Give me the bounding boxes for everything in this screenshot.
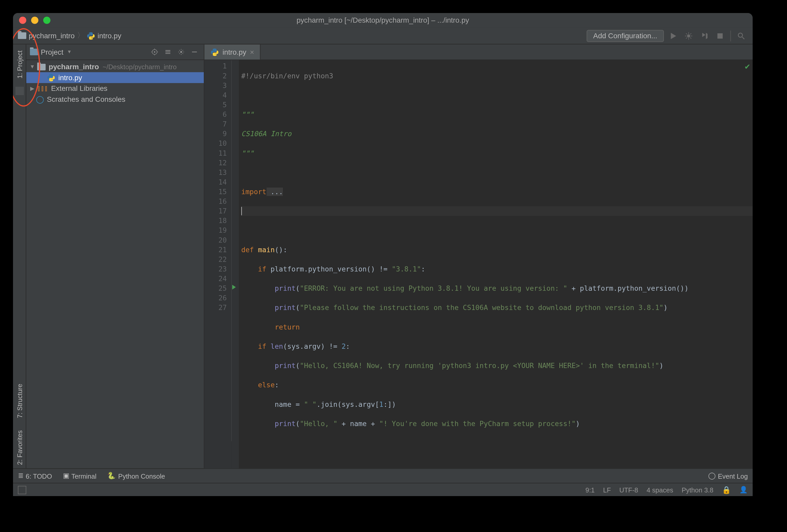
expand-arrow-icon[interactable]: ▶ [29, 85, 36, 91]
editor-tab-intro[interactable]: intro.py × [204, 44, 261, 60]
status-bar: 9:1 LF UTF-8 4 spaces Python 3.8 🔒 👤 [13, 483, 753, 496]
project-sidebar: Project ▼ ▼ pycharm_intro ~/Desktop/pych… [26, 44, 204, 468]
lock-icon[interactable]: 🔒 [722, 485, 731, 494]
project-view-selector[interactable]: Project ▼ [30, 48, 146, 56]
breadcrumb-project[interactable]: pycharm_intro [29, 31, 75, 40]
ide-window: pycharm_intro [~/Desktop/pycharm_intro] … [13, 13, 753, 496]
event-log-tool-tab[interactable]: ◯ Event Log [708, 472, 748, 480]
scratches-icon: ◯ [36, 95, 44, 104]
folder-icon [18, 32, 26, 39]
status-indicator-icon[interactable] [18, 485, 26, 494]
debug-button[interactable] [682, 29, 695, 42]
breadcrumb-separator: 〉 [77, 30, 84, 41]
expand-arrow-icon[interactable]: ▼ [29, 64, 36, 70]
titlebar: pycharm_intro [~/Desktop/pycharm_intro] … [13, 13, 753, 27]
code-text[interactable]: #!/usr/bin/env python3 """ CS106A Intro … [239, 60, 753, 468]
svg-rect-1 [718, 33, 723, 38]
left-tool-rail: 1: Project 7: Structure 2: Favorites [13, 44, 26, 468]
indent-setting[interactable]: 4 spaces [647, 486, 673, 493]
close-tab-icon[interactable]: × [250, 48, 254, 56]
python-console-tool-tab[interactable]: 🐍 Python Console [107, 472, 165, 480]
project-sidebar-header: Project ▼ [26, 44, 204, 60]
fold-gutter [232, 60, 239, 468]
navigation-bar: pycharm_intro 〉 intro.py Add Configurati… [13, 27, 753, 44]
tree-external-libraries[interactable]: ▶ ⫿⫿⫿ External Libraries [26, 83, 204, 94]
python-file-icon [47, 73, 55, 82]
tree-scratches[interactable]: ◯ Scratches and Consoles [26, 94, 204, 105]
project-tree[interactable]: ▼ pycharm_intro ~/Desktop/pycharm_intro … [26, 60, 204, 106]
minimize-window-button[interactable] [31, 17, 39, 24]
maximize-window-button[interactable] [43, 17, 50, 24]
search-everywhere-button[interactable] [735, 29, 748, 42]
dropdown-icon: ▼ [67, 49, 71, 55]
main-body: 1: Project 7: Structure 2: Favorites Pro… [13, 44, 753, 468]
cursor-position[interactable]: 9:1 [586, 486, 595, 493]
toolbar-separator [730, 30, 731, 41]
breadcrumb-file[interactable]: intro.py [98, 31, 121, 40]
bottom-tool-tabs: ≣ 6: TODO ▣ Terminal 🐍 Python Console ◯ … [13, 468, 753, 483]
editor-tabs: intro.py × [204, 44, 753, 60]
breadcrumb: pycharm_intro 〉 intro.py [18, 30, 584, 41]
locate-file-button[interactable] [148, 46, 160, 58]
traffic-lights [19, 17, 50, 24]
python-icon: 🐍 [107, 472, 115, 480]
folder-icon [37, 64, 45, 70]
line-number-gutter: 1 2 3 4 5 6 7 9 10 11 12 13 14 15 16 17 … [204, 60, 231, 468]
python-interpreter[interactable]: Python 3.8 [682, 486, 714, 493]
line-separator[interactable]: LF [603, 486, 611, 493]
tree-root[interactable]: ▼ pycharm_intro ~/Desktop/pycharm_intro [26, 61, 204, 72]
add-configuration-button[interactable]: Add Configuration... [587, 30, 664, 42]
library-icon: ⫿⫿⫿ [37, 84, 48, 93]
run-with-coverage-button[interactable] [698, 29, 711, 42]
favorites-tool-tab[interactable]: 2: Favorites [15, 426, 24, 468]
project-tool-tab[interactable]: 1: Project [15, 47, 24, 82]
run-gutter-icon[interactable] [232, 285, 236, 290]
editor-content[interactable]: ✔ 1 2 3 4 5 6 7 9 10 11 12 13 14 15 16 1… [204, 60, 753, 468]
svg-point-0 [687, 34, 690, 37]
hector-icon[interactable]: 👤 [739, 486, 748, 494]
todo-tool-tab[interactable]: ≣ 6: TODO [18, 472, 52, 480]
terminal-icon: ▣ [63, 472, 69, 480]
stop-button[interactable] [714, 29, 727, 42]
structure-tool-tab[interactable]: 7: Structure [15, 380, 24, 422]
svg-point-4 [153, 51, 155, 53]
svg-point-5 [180, 51, 182, 53]
window-title: pycharm_intro [~/Desktop/pycharm_intro] … [13, 16, 753, 24]
terminal-tool-tab[interactable]: ▣ Terminal [63, 472, 97, 480]
list-icon: ≣ [18, 472, 23, 480]
close-window-button[interactable] [19, 17, 26, 24]
python-file-icon [211, 48, 219, 56]
run-button[interactable] [666, 29, 680, 42]
speech-bubble-icon: ◯ [708, 472, 716, 480]
settings-button[interactable] [175, 46, 187, 58]
svg-point-2 [738, 33, 743, 37]
toolbar-right: Add Configuration... [587, 29, 748, 42]
editor-area: intro.py × ✔ 1 2 3 4 5 6 7 9 10 11 12 13… [204, 44, 753, 468]
rail-icon[interactable] [15, 87, 23, 95]
project-view-icon [30, 49, 38, 56]
file-encoding[interactable]: UTF-8 [619, 486, 638, 493]
python-file-icon [87, 31, 95, 40]
tree-file-intro[interactable]: intro.py [26, 72, 204, 83]
expand-all-button[interactable] [162, 46, 174, 58]
hide-button[interactable] [188, 46, 200, 58]
